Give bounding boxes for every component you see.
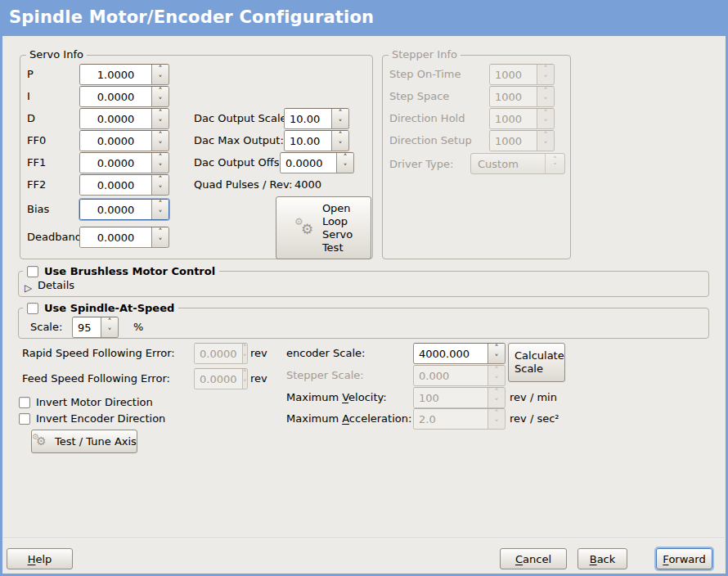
details-expander[interactable]: Details: [38, 277, 74, 294]
ff2-input[interactable]: 0.0000: [80, 175, 151, 195]
direction-setup-spinbox: 1000 ˄˅: [489, 130, 555, 151]
at-speed-scale-label: Scale:: [30, 317, 62, 338]
dac-max-output-label: Dac Max Output:: [194, 130, 284, 151]
dac-scale-spin-arrows: ˄˅: [331, 109, 348, 128]
maximum-acceleration-label: Maximum Acceleration:: [286, 408, 411, 430]
cancel-button[interactable]: Cancel: [500, 548, 567, 569]
gears-icon: ⚙ ⚙: [294, 216, 319, 241]
spin-up-icon[interactable]: ˄: [152, 131, 169, 141]
spin-down-icon: ˅: [488, 398, 505, 407]
spin-down-icon[interactable]: ˅: [152, 163, 169, 173]
use-spindle-at-speed-checkbox[interactable]: [27, 303, 38, 314]
back-button[interactable]: Back: [577, 548, 627, 569]
spin-down-icon[interactable]: ˅: [152, 141, 169, 151]
maximum-acceleration-input: 2.0: [414, 409, 488, 429]
spin-up-icon: ˄: [488, 388, 505, 398]
calculate-scale-button[interactable]: Calculate Scale: [508, 343, 565, 382]
dac-output-scale-spinbox[interactable]: 10.00 ˄˅: [284, 108, 349, 129]
velocity-unit-label: rev / min: [510, 387, 557, 408]
spin-down-icon[interactable]: ˅: [332, 141, 348, 151]
spin-up-icon[interactable]: ˄: [152, 65, 169, 74]
spin-up-icon: ˄: [537, 109, 554, 119]
step-space-input: 1000: [490, 87, 537, 106]
calculate-scale-label: Calculate Scale: [515, 349, 564, 376]
i-spinbox[interactable]: 0.0000 ˄˅: [79, 86, 169, 107]
at-speed-scale-spinbox[interactable]: 95 ˄˅: [72, 317, 119, 338]
dac-output-scale-input[interactable]: 10.00: [285, 109, 331, 128]
invert-encoder-direction-checkbox[interactable]: [19, 413, 30, 425]
i-input[interactable]: 0.0000: [80, 87, 151, 106]
dac-output-offset-spinbox[interactable]: 0.0000 ˄˅: [280, 152, 354, 173]
direction-hold-input: 1000: [490, 109, 537, 128]
feed-following-error-input: 0.0000: [195, 369, 242, 389]
encoder-scale-spinbox[interactable]: 4000.000 ˄˅: [413, 343, 506, 364]
spin-down-icon[interactable]: ˅: [332, 119, 348, 128]
spin-up-icon[interactable]: ˄: [152, 153, 169, 163]
step-on-time-spinbox: 1000 ˄˅: [489, 64, 555, 85]
direction-setup-input: 1000: [490, 131, 537, 151]
bias-spinbox[interactable]: 0.0000 ˄˅: [79, 199, 169, 220]
bias-input[interactable]: 0.0000: [80, 200, 151, 219]
d-spinbox[interactable]: 0.0000 ˄˅: [79, 108, 169, 129]
deadband-spinbox[interactable]: 0.0000 ˄˅: [79, 227, 169, 248]
spin-up-icon[interactable]: ˄: [152, 109, 169, 119]
p-spinbox[interactable]: 1.0000 ˄˅: [79, 64, 169, 85]
test-tune-axis-button[interactable]: ⚙ ⚙ Test / Tune Axis: [31, 430, 137, 453]
spin-up-icon[interactable]: ˄: [152, 227, 169, 237]
spin-down-icon[interactable]: ˅: [152, 119, 169, 128]
stepper-scale-spinbox: 0.000 ˄˅: [413, 365, 506, 386]
ff1-input[interactable]: 0.0000: [80, 153, 151, 173]
spin-down-icon: ˅: [537, 119, 554, 128]
maximum-velocity-label: Maximum Velocity:: [286, 387, 387, 408]
ff1-spinbox[interactable]: 0.0000 ˄˅: [79, 152, 169, 173]
spin-down-icon: ˅: [488, 419, 505, 429]
spin-up-icon[interactable]: ˄: [152, 200, 169, 209]
spin-down-icon[interactable]: ˅: [337, 163, 353, 173]
brushless-frame-header: Use Brushless Motor Control: [23, 264, 219, 278]
back-button-label: Back: [590, 553, 616, 565]
spin-down-icon[interactable]: ˅: [152, 74, 169, 84]
spin-down-icon[interactable]: ˅: [152, 185, 169, 195]
driver-type-value: Custom: [471, 154, 545, 173]
dac-output-scale-label: Dac Output Scale:: [194, 108, 290, 129]
dac-max-output-spinbox[interactable]: 10.00 ˄˅: [284, 130, 349, 151]
spin-up-icon[interactable]: ˄: [488, 344, 505, 353]
direction-hold-spinbox: 1000 ˄˅: [489, 108, 555, 129]
d-spin-arrows: ˄˅: [151, 109, 169, 128]
maximum-velocity-input: 100: [414, 388, 488, 407]
d-input[interactable]: 0.0000: [80, 109, 151, 128]
spin-down-icon[interactable]: ˅: [488, 353, 505, 363]
ff2-spinbox[interactable]: 0.0000 ˄˅: [79, 174, 169, 196]
encoder-scale-input[interactable]: 4000.000: [414, 344, 488, 363]
maximum-acceleration-spinbox: 2.0 ˄˅: [413, 408, 506, 430]
spin-up-icon[interactable]: ˄: [101, 317, 118, 327]
dac-max-output-input[interactable]: 10.00: [285, 131, 331, 151]
ff0-spinbox[interactable]: 0.0000 ˄˅: [79, 130, 169, 151]
forward-button[interactable]: Forward: [656, 548, 712, 569]
spin-up-icon[interactable]: ˄: [152, 175, 169, 185]
at-speed-scale-input[interactable]: 95: [73, 317, 101, 337]
feed-unit-label: rev: [250, 368, 267, 389]
expander-right-icon[interactable]: ▷: [25, 282, 32, 294]
spin-up-icon: ˄: [243, 344, 248, 353]
invert-motor-direction-checkbox[interactable]: [19, 397, 30, 408]
spin-up-icon[interactable]: ˄: [337, 153, 353, 163]
p-input[interactable]: 1.0000: [80, 65, 151, 84]
test-tune-axis-label: Test / Tune Axis: [55, 435, 137, 448]
ff1-label: FF1: [27, 152, 46, 173]
help-button[interactable]: Help: [7, 548, 73, 569]
open-loop-servo-test-button[interactable]: ⚙ ⚙ Open Loop Servo Test: [276, 196, 371, 259]
use-brushless-checkbox[interactable]: [27, 266, 38, 277]
combo-arrows-icon: ˄˅: [545, 154, 564, 173]
dac-output-offset-input[interactable]: 0.0000: [281, 153, 336, 173]
spin-up-icon[interactable]: ˄: [152, 87, 169, 97]
spin-down-icon[interactable]: ˅: [152, 209, 169, 219]
deadband-input[interactable]: 0.0000: [80, 227, 151, 247]
ff0-input[interactable]: 0.0000: [80, 131, 151, 151]
spin-up-icon[interactable]: ˄: [332, 131, 348, 141]
quad-pulses-value: 4000: [294, 174, 321, 196]
spin-down-icon[interactable]: ˅: [152, 97, 169, 106]
spin-down-icon[interactable]: ˅: [101, 327, 118, 337]
spin-up-icon[interactable]: ˄: [332, 109, 348, 119]
spin-down-icon[interactable]: ˅: [152, 237, 169, 247]
